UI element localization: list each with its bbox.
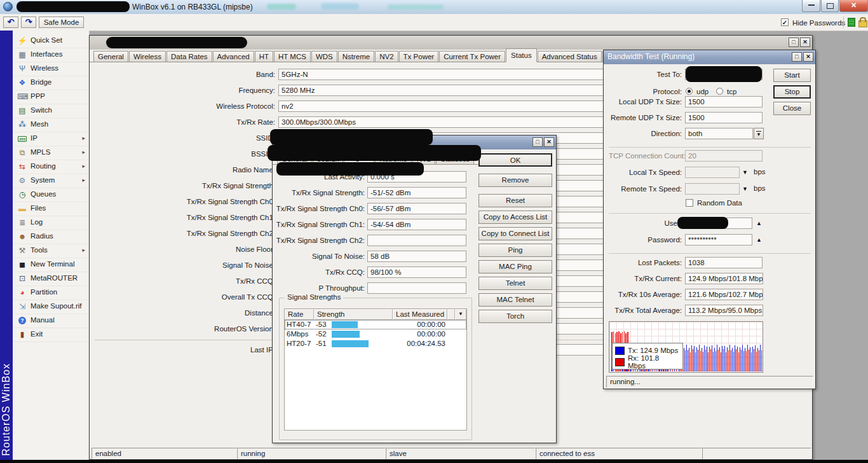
tx-rx-10s-average-value[interactable]: 121.6 Mbps/102.7 Mbps [685, 289, 763, 300]
bandwidth-titlebar[interactable]: Bandwidth Test (Running) □ ✕ [604, 50, 815, 64]
sidebar-item-bridge[interactable]: ❖Bridge [13, 76, 88, 90]
ok-button[interactable]: OK [478, 153, 552, 167]
sidebar-item-switch[interactable]: ▤Switch [13, 104, 88, 118]
remove-button[interactable]: Remove [478, 174, 552, 187]
sidebar-item-wireless[interactable]: ΨWireless [13, 62, 88, 76]
make-supout-rif-icon: ⇲ [17, 300, 27, 314]
ap-maximize-button[interactable]: □ [532, 137, 543, 147]
column-header-last-measured[interactable]: Last Measured [393, 309, 447, 320]
stop-button[interactable]: Stop [773, 85, 811, 99]
table-row-ht20-7[interactable]: HT20-7-5100:04:24.53 [285, 339, 466, 349]
start-button[interactable]: Start [773, 69, 811, 82]
ap-close-button[interactable]: ✕ [544, 137, 554, 147]
ap-signal-to-noise-value[interactable]: 58 dB [367, 251, 466, 262]
sidebar-item-log[interactable]: ≣Log [13, 216, 88, 230]
sidebar-item-system[interactable]: ⚙System▸ [13, 174, 88, 188]
local-tx-speed-value[interactable] [685, 167, 740, 178]
wireless-tab-general[interactable]: General [93, 51, 128, 62]
mac-telnet-button[interactable]: MAC Telnet [478, 293, 552, 307]
sidebar-item-quick-set[interactable]: ⚡Quick Set [13, 34, 88, 48]
sidebar-item-partition[interactable]: ◕Partition [13, 286, 88, 300]
password-spin-up-icon[interactable]: ▲ [756, 234, 762, 245]
copy-to-access-list-button[interactable]: Copy to Access List [478, 211, 552, 224]
direction-value[interactable]: both [685, 128, 753, 139]
table-row-ht40-7[interactable]: HT40-7-5300:00:00 [285, 320, 466, 329]
protocol-udp-radio[interactable] [686, 88, 693, 95]
sidebar-item-label: System [31, 174, 55, 187]
remote-tx-dropdown-icon[interactable]: ▼ [742, 183, 748, 195]
password-value[interactable]: ********** [685, 234, 752, 245]
table-row-6mbps[interactable]: 6Mbps-5200:00:00 [285, 329, 466, 339]
local-tx-dropdown-icon[interactable]: ▼ [742, 167, 748, 178]
app-close-button[interactable]: ✕ [839, 0, 868, 12]
ap-p-throughput-value[interactable] [367, 282, 466, 294]
sidebar-item-tools[interactable]: ⚒Tools▸ [13, 244, 88, 258]
wireless-maximize-button[interactable]: □ [789, 38, 799, 47]
wireless-tab-wds[interactable]: WDS [311, 51, 337, 62]
lost-packets-value[interactable]: 1038 [685, 257, 763, 268]
wireless-close-button[interactable]: ✕ [800, 38, 810, 47]
ping-button[interactable]: Ping [478, 244, 552, 257]
sidebar-item-new-terminal[interactable]: ◼New Terminal [13, 258, 88, 272]
tcp-connection-count-value[interactable]: 20 [685, 150, 763, 162]
reset-button[interactable]: Reset [478, 194, 552, 207]
sidebar-item-files[interactable]: ▬Files [13, 202, 88, 216]
column-header-rate[interactable]: Rate [285, 309, 314, 320]
sidebar-item-metarouter[interactable]: ⊡MetaROUTER [13, 272, 88, 286]
telnet-button[interactable]: Telnet [478, 277, 552, 290]
torch-button[interactable]: Torch [478, 310, 552, 323]
sidebar-item-ppp[interactable]: ⌨PPP [13, 90, 88, 104]
hide-passwords-checkbox[interactable]: ✓ [781, 18, 789, 26]
app-minimize-button[interactable] [802, 0, 820, 12]
bandwidth-maximize-button[interactable]: □ [792, 52, 802, 62]
ap-tx-rx-signal-strength-ch1-value[interactable]: -54/-54 dBm [367, 219, 466, 230]
sidebar-item-interfaces[interactable]: ▦Interfaces [13, 48, 88, 62]
sidebar-item-manual[interactable]: ?Manual [13, 314, 88, 328]
close-button[interactable]: Close [773, 102, 811, 115]
sidebar-item-mesh[interactable]: ⁂Mesh [13, 118, 88, 132]
sidebar-item-routing[interactable]: ⇆Routing▸ [13, 160, 88, 174]
sidebar-item-mpls[interactable]: ⧉MPLS▸ [13, 146, 88, 160]
wireless-window-titlebar[interactable]: □ ✕ [90, 36, 812, 50]
wireless-tab-status[interactable]: Status [506, 48, 537, 62]
user-spin-up-icon[interactable]: ▲ [756, 218, 762, 229]
wireless-tab-ht[interactable]: HT [255, 51, 273, 62]
column-header-strength[interactable]: Strength [314, 309, 393, 320]
local-udp-tx-size-value[interactable]: 1500 [685, 96, 763, 107]
ap-tx-rx-signal-strength-value[interactable]: -51/-52 dBm [367, 187, 466, 198]
tx-rx-total-average-value[interactable]: 113.2 Mbps/95.0 Mbps [685, 305, 763, 316]
remote-tx-speed-value[interactable] [685, 183, 740, 195]
ap-tx-rx-signal-strength-ch1-label: Tx/Rx Signal Strength Ch1: [275, 219, 365, 230]
wireless-tab-advanced[interactable]: Advanced [213, 51, 254, 62]
protocol-tcp-radio[interactable] [716, 88, 723, 95]
sidebar-item-queues[interactable]: ◷Queues [13, 188, 88, 202]
random-data-checkbox[interactable] [686, 199, 693, 207]
wireless-tab-data-rates[interactable]: Data Rates [166, 51, 212, 62]
tx-rx-current-value[interactable]: 124.9 Mbps/101.8 Mbps [685, 273, 763, 284]
direction-dropdown-button[interactable]: ▼ [754, 128, 764, 139]
sidebar-item-make-supout-rif[interactable]: ⇲Make Supout.rif [13, 300, 88, 314]
safe-mode-button[interactable]: Safe Mode [39, 17, 84, 28]
ap-tx-rx-signal-strength-ch2-value[interactable] [367, 235, 466, 246]
app-maximize-button[interactable] [821, 0, 839, 12]
undo-button[interactable]: ↶ [3, 17, 18, 28]
remote-udp-tx-size-value[interactable]: 1500 [685, 112, 763, 123]
wireless-tab-wireless[interactable]: Wireless [129, 51, 166, 62]
copy-to-connect-list-button[interactable]: Copy to Connect List [478, 227, 552, 240]
wireless-tab-tx-power[interactable]: Tx Power [399, 51, 439, 62]
tcp-connection-count-label: TCP Connection Count: [609, 150, 682, 162]
wireless-tab-nstreme[interactable]: Nstreme [338, 51, 374, 62]
mac-ping-button[interactable]: MAC Ping [478, 260, 552, 273]
ap-tx-rx-signal-strength-ch0-value[interactable]: -56/-57 dBm [367, 203, 466, 214]
sidebar-item-ip[interactable]: 255IP▸ [13, 132, 88, 146]
wireless-tab-advanced-status[interactable]: Advanced Status [538, 51, 602, 62]
wireless-tab-nv2[interactable]: NV2 [375, 51, 398, 62]
bandwidth-close-button[interactable]: ✕ [803, 52, 813, 62]
sidebar-item-exit[interactable]: ▮Exit [13, 328, 88, 342]
wireless-tab-ht-mcs[interactable]: HT MCS [274, 51, 311, 62]
sidebar-item-radius[interactable]: ☻Radius [13, 230, 88, 244]
column-dropdown-button[interactable]: ▼ [455, 309, 466, 320]
redo-button[interactable]: ↷ [21, 17, 36, 28]
ap-tx-rx-ccq-value[interactable]: 98/100 % [367, 266, 466, 278]
wireless-tab-current-tx-power[interactable]: Current Tx Power [439, 51, 505, 62]
